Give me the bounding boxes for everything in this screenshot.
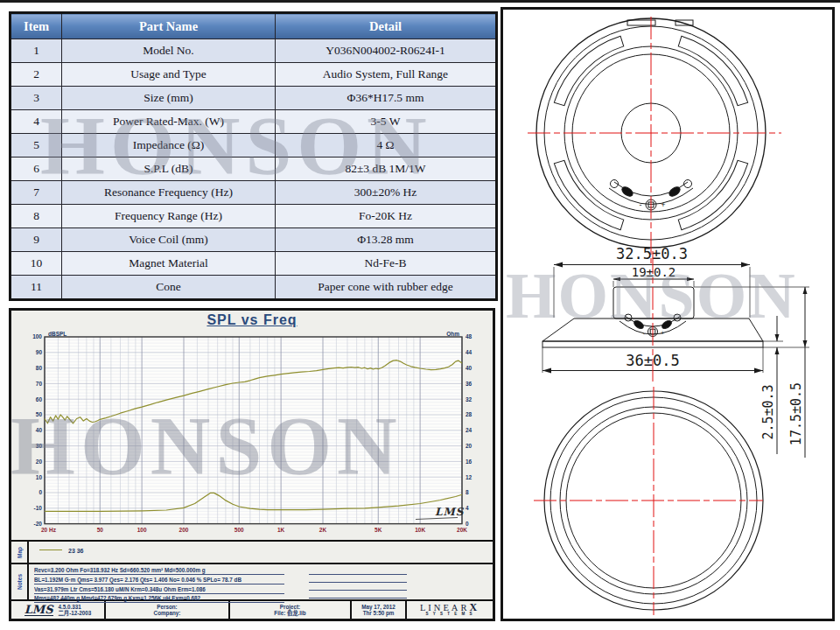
front-terminal-plus: + <box>661 200 665 209</box>
y-left-axis-title: dBSPL <box>48 331 66 337</box>
y-left-tick-label: 90 <box>36 349 43 355</box>
lms-signature: LMS <box>435 506 465 518</box>
spec-table: Item Part Name Detail 1Model No.Y036N004… <box>9 11 498 301</box>
item-cell: 8 <box>10 205 62 228</box>
detail-cell: Φ13.28 mm <box>276 228 497 252</box>
notes-line: Vas=31.979m Ltr Cms=516.180 uM/N Krm=0.3… <box>34 586 284 594</box>
notes-line: Revc=3.200 Ohm Fo=318.932 Hz Sd=660.520 … <box>34 567 284 575</box>
x-tick-label: 10K <box>415 527 425 533</box>
y-left-tick-label: 30 <box>36 443 43 449</box>
x-tick-label: 1K <box>277 527 285 533</box>
x-tick-label: 100 <box>137 527 147 533</box>
part-name-cell: Size (mm) <box>62 87 276 110</box>
part-name-cell: Power Rated-Max. (W) <box>62 110 276 134</box>
y-right-tick-label: 44 <box>466 349 472 355</box>
y-left-tick-label: 0 <box>38 489 42 495</box>
table-row: 1Model No.Y036N004002-R0624I-1 <box>10 39 497 63</box>
table-row: 6S.P.L (dB)82±3 dB 1M/1W <box>10 158 497 181</box>
drawing-panel: - + 32.5±0.3 19±0.2 <box>500 7 835 621</box>
item-cell: 1 <box>10 39 62 63</box>
detail-cell: 4 Ω <box>276 134 497 158</box>
x-tick-label: 20 Hz <box>41 527 57 533</box>
table-row: 11ConePaper cone with rubber edge <box>10 276 497 300</box>
speaker-drawings: - + 32.5±0.3 19±0.2 <box>503 10 832 619</box>
part-name-cell: Resonance Frequency (Hz) <box>62 181 276 205</box>
x-tick-label: 50 <box>97 527 104 533</box>
table-row: 5Impedance (Ω)4 Ω <box>10 134 497 158</box>
magnet-block <box>613 287 694 318</box>
detail-cell: Paper cone with rubber edge <box>276 276 497 300</box>
detail-cell: 82±3 dB 1M/1W <box>276 158 497 181</box>
detail-cell: Y036N004002-R0624I-1 <box>276 39 497 63</box>
col-header-detail: Detail <box>276 13 497 39</box>
y-right-tick-label: 8 <box>466 489 469 495</box>
notes-line: Mms=482.440m g Mmd=472.679m g Kxm=1.256K… <box>34 595 284 603</box>
col-header-part-name: Part Name <box>62 13 276 39</box>
part-name-cell: Impedance (Ω) <box>62 134 276 158</box>
y-left-tick-label: 40 <box>36 427 43 433</box>
y-right-axis-title: Ohm <box>446 331 459 337</box>
y-right-tick-label: 12 <box>466 474 472 480</box>
item-cell: 6 <box>10 158 62 181</box>
side-terminal-minus: - <box>643 329 646 337</box>
item-cell: 11 <box>10 276 62 300</box>
table-row: 7Resonance Frequency (Hz)300±20% Hz <box>10 181 497 205</box>
part-name-cell: Magnet Material <box>62 252 276 276</box>
item-cell: 2 <box>10 63 62 87</box>
detail-cell: 3-5 W <box>276 110 497 134</box>
spec-header-row: Item Part Name Detail <box>10 13 497 39</box>
detail-cell: Fo-20K Hz <box>276 205 497 228</box>
file-label: File: 伯龙.lib <box>274 610 305 617</box>
dim-total-height: 17.5±0.5 <box>788 382 804 445</box>
y-right-tick-label: 20 <box>466 443 472 449</box>
item-cell: 4 <box>10 110 62 134</box>
detail-cell: Nd-Fe-B <box>276 252 497 276</box>
x-tick-label: 5K <box>374 527 382 533</box>
linearx-systems-label: S Y S T E M S <box>426 612 474 617</box>
table-row: 3Size (mm)Φ36*H17.5 mm <box>10 87 497 110</box>
part-name-cell: Usage and Type <box>62 63 276 87</box>
y-left-tick-label: 100 <box>32 333 42 340</box>
y-right-tick-label: 32 <box>466 396 472 402</box>
notes-blank-line <box>309 583 407 591</box>
lms-logo: LMS <box>24 605 53 616</box>
x-tick-label: 500 <box>234 527 244 533</box>
dim-magnet-width: 19±0.2 <box>632 265 676 279</box>
y-right-tick-label: 0 <box>466 521 469 527</box>
detail-cell: Φ36*H17.5 mm <box>276 87 497 110</box>
item-cell: 5 <box>10 134 62 158</box>
item-cell: 7 <box>10 181 62 205</box>
legend-swatch <box>39 550 62 550</box>
chart-title: SPL vs Freq <box>11 311 493 330</box>
y-left-tick-label: 50 <box>36 411 43 417</box>
part-name-cell: Model No. <box>62 39 276 63</box>
detail-cell: Audio System, Full Range <box>276 63 497 87</box>
table-row: 4Power Rated-Max. (W)3-5 W <box>10 110 497 134</box>
height-dimensions: 2.5±0.3 17.5±0.5 <box>694 287 809 458</box>
y-right-tick-label: 24 <box>466 427 472 433</box>
linearx-logo: LINEARX <box>420 604 480 612</box>
item-cell: 9 <box>10 228 62 252</box>
dim-flange-height: 2.5±0.3 <box>760 384 776 439</box>
col-header-item: Item <box>10 13 62 39</box>
lms-version-date: 二月-12-2003 <box>59 610 92 617</box>
y-right-tick-label: 4 <box>466 505 469 511</box>
y-left-tick-label: -10 <box>34 505 43 511</box>
x-tick-label: 20K <box>457 527 467 533</box>
y-left-tick-label: 70 <box>36 381 43 387</box>
x-tick-label: 200 <box>179 527 189 533</box>
table-row: 10Magnet MaterialNd-Fe-B <box>10 252 497 276</box>
bottom-view-drawing <box>534 387 763 615</box>
map-label: Map <box>17 547 23 558</box>
lms-version-block: 4.5.0.331 二月-12-2003 <box>59 604 92 617</box>
y-left-tick-label: 10 <box>36 474 43 480</box>
spl-chart: 1009080706050403020100-10-20484440363228… <box>11 330 493 540</box>
front-centerlines <box>528 17 781 263</box>
y-left-tick-label: 20 <box>36 458 43 465</box>
part-name-cell: Frequency Range (Hz) <box>62 205 276 228</box>
side-terminal-plus: + <box>661 329 665 337</box>
footer-date: May 17, 2012 <box>361 604 396 611</box>
table-row: 8Frequency Range (Hz)Fo-20K Hz <box>10 205 497 228</box>
y-right-tick-label: 40 <box>466 365 472 371</box>
part-name-cell: Voice Coil (mm) <box>62 228 276 252</box>
